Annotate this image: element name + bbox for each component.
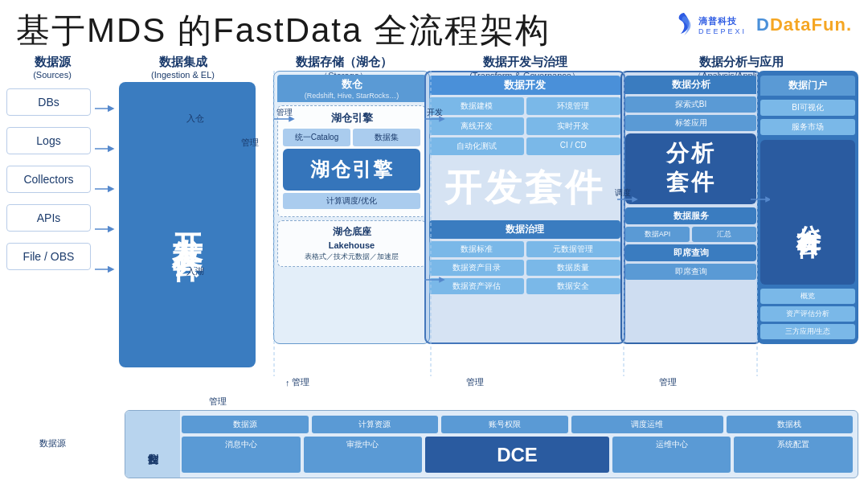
data-security-card: 数据安全 <box>526 278 621 294</box>
analysis-header: 数据分析 <box>625 76 756 94</box>
dce-sysconfig: 系统配置 <box>734 437 853 473</box>
lakehouse-sub: Lakehouse <box>282 240 421 250</box>
transform-dev-header: 数据开发 <box>429 76 620 95</box>
transform-dev-kit-area: 开发套件 <box>429 158 620 218</box>
asset-eval-card: 数据资产评估 <box>429 278 524 294</box>
governance-title: 数据治理 <box>432 223 618 236</box>
engine-big-title: 湖仓引擎 <box>286 157 417 182</box>
transform-title: 数据开发 <box>432 78 618 92</box>
explore-bi-card: 探索式BI <box>625 96 756 113</box>
data-service-header: 数据服务 <box>625 207 756 224</box>
governance-header: 数据治理 <box>429 220 620 239</box>
data-quality-card: 数据质量 <box>526 260 621 276</box>
deepexi-name: 滴普科技 <box>698 15 737 27</box>
deepexi-sub: DEEPEXI <box>698 27 747 35</box>
datafun-logo: DDataFun. <box>756 14 852 35</box>
realtime-dev-card: 实时开发 <box>526 117 621 135</box>
analysis-dev-kit-big2: 套件 <box>628 167 753 198</box>
col-header-ingestion: 数据集成 (Ingestion & EL) <box>113 55 253 80</box>
manage-ingestion: 管理 <box>241 137 259 149</box>
main-layout: 基于MDS 的FastData 全流程架构 滴普科技 DEEPEXI DData… <box>0 0 868 488</box>
analysis-zh: 数据分析与应用 <box>620 55 862 70</box>
flame-icon <box>673 11 695 39</box>
catalog-card: 统一Catalog <box>283 129 350 146</box>
deepexi-logo: 滴普科技 DEEPEXI <box>673 11 747 39</box>
app-analysis-kit: 分析套件 <box>760 140 855 285</box>
portal-title: 数据门户 <box>764 79 852 92</box>
warehouse-title: 数仓 <box>280 77 424 92</box>
instant-query-header: 即席查询 <box>625 244 756 261</box>
dce-content: 数据源 计算资源 账号权限 调度运维 数据栈 消息中心 审批中心 DCE 运维中… <box>182 416 853 473</box>
data-service-title: 数据服务 <box>628 210 754 222</box>
manage-transform: 管理 <box>466 376 484 388</box>
manage-bottom-storage: 管理 <box>209 396 227 408</box>
dce-top-row: 数据源 计算资源 账号权限 调度运维 数据栈 <box>182 416 853 433</box>
ruhu-label: 入湖 <box>186 265 204 277</box>
instant-query-card: 即席查询 <box>625 264 756 280</box>
model-card: 数据建模 <box>429 97 524 115</box>
dce-account: 账号权限 <box>441 416 568 433</box>
source-logs: Logs <box>6 127 91 154</box>
manage-analysis: 管理 <box>659 376 677 388</box>
app-data-overview: 概览 <box>760 289 855 304</box>
ingestion-zh: 数据集成 <box>113 55 253 70</box>
deepexi-text: 滴普科技 DEEPEXI <box>698 15 747 35</box>
engine-top-cards: 统一Catalog 数据集 <box>283 129 420 146</box>
application-outer-box: 数据门户 BI可视化 服务市场 分析套件 概览 资产评估分析 三方应用/生态 <box>757 71 858 344</box>
sources-en: (Sources) <box>8 70 96 80</box>
control-panel-box: 控制台 <box>125 411 180 478</box>
analysis-title: 数据分析 <box>628 78 754 92</box>
source-collectors: Collectors <box>6 166 91 193</box>
service-market-card: 服务市场 <box>760 119 855 135</box>
app-third-party: 三方应用/生态 <box>760 324 855 339</box>
source-file-obs: File / OBS <box>6 243 91 270</box>
dce-ops: 运维中心 <box>612 437 731 473</box>
data-summary-card: 汇总 <box>692 227 756 242</box>
transform-dev-grid: 数据建模 环境管理 离线开发 实时开发 自动化测试 CI / CD <box>429 97 620 155</box>
dce-msg-center: 消息中心 <box>182 437 301 473</box>
dce-bar: 控制台 数据源 计算资源 账号权限 调度运维 数据栈 消息中心 审批中心 DCE… <box>125 410 858 478</box>
dce-data-source: 数据源 <box>182 416 309 433</box>
ingestion-dev-kit: 开发套件 采集 <box>119 82 256 367</box>
lakehouse-title: 湖仓底座 <box>282 225 421 239</box>
bi-viz-card: BI可视化 <box>760 100 855 116</box>
dce-schedule: 调度运维 <box>571 416 723 433</box>
dce-data-lineage: 数据栈 <box>727 416 854 433</box>
env-manage-card: 环境管理 <box>526 97 621 115</box>
source-items-list: DBs Logs Collectors APIs File / OBS <box>6 88 91 270</box>
engine-title: 湖仓引擎 <box>283 111 420 125</box>
asset-catalog-card: 数据资产目录 <box>429 260 524 276</box>
dce-compute: 计算资源 <box>312 416 439 433</box>
compute-card: 计算调度/优化 <box>283 193 420 209</box>
analysis-dev-kit-area: 分析 套件 <box>625 133 756 204</box>
app-asset-eval: 资产评估分析 <box>760 306 855 322</box>
storage-zh: 数据存储（湖仓） <box>257 55 430 70</box>
dce-title: DCE <box>425 437 608 473</box>
label-app-card: 标签应用 <box>625 115 756 131</box>
dce-approve: 审批中心 <box>304 437 423 473</box>
sources-zh: 数据源 <box>8 55 96 70</box>
ci-cd-card: CI / CD <box>526 137 621 155</box>
rucang-label: 入仓 <box>186 113 204 125</box>
ingestion-dev-kit-title: 开发套件 <box>172 209 203 235</box>
source-dbs: DBs <box>6 88 91 116</box>
logo-area: 滴普科技 DEEPEXI DDataFun. <box>673 11 852 39</box>
standard-card: 数据标准 <box>429 241 524 257</box>
warehouse-sub: (Redshift, Hive, StarRocks…) <box>280 92 424 100</box>
source-apis: APIs <box>6 204 91 232</box>
dce-bottom-area: 消息中心 审批中心 DCE 运维中心 系统配置 <box>182 437 853 473</box>
page-title: 基于MDS 的FastData 全流程架构 <box>16 8 551 53</box>
transform-outer-box: 数据开发 数据建模 环境管理 离线开发 实时开发 自动化测试 CI / CD 开… <box>424 71 625 344</box>
data-api-card: 数据API <box>625 227 690 242</box>
app-analysis-kit-title: 分析套件 <box>792 206 825 219</box>
service-grid: 数据API 汇总 <box>625 227 756 242</box>
governance-grid: 数据标准 元数据管理 数据资产目录 数据质量 数据资产评估 数据安全 <box>429 241 620 294</box>
lakehouse-area: 湖仓底座 Lakehouse 表格式／技术元数据／加速层 <box>277 220 426 267</box>
lakehouse-desc: 表格式／技术元数据／加速层 <box>282 252 421 262</box>
source-arrows <box>91 88 115 386</box>
meta-manage-card: 元数据管理 <box>526 241 621 257</box>
dataset-card: 数据集 <box>353 129 420 146</box>
manage-storage: ↑ 管理 <box>285 376 309 388</box>
instant-query-title: 即席查询 <box>628 247 754 259</box>
transform-zh: 数据开发与治理 <box>424 55 625 70</box>
